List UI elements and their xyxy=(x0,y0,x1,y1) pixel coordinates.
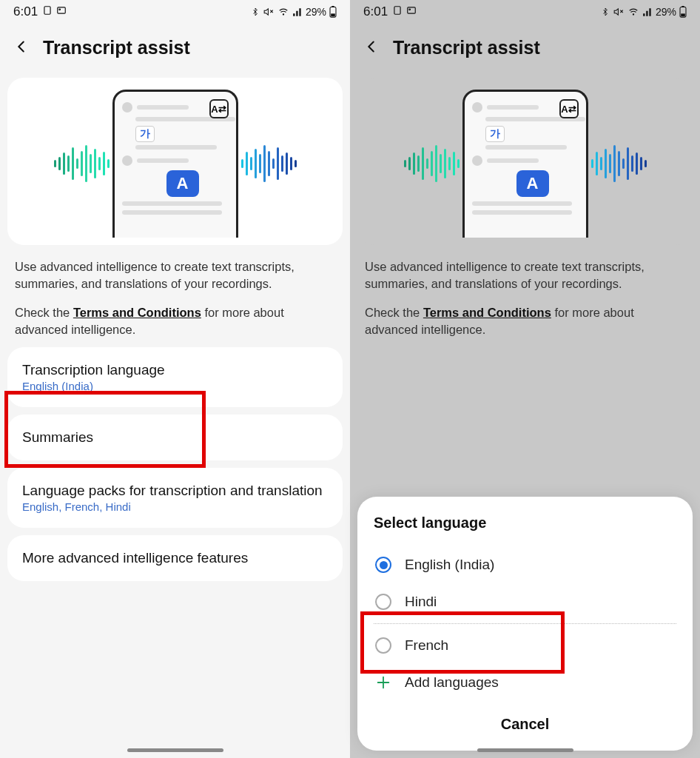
add-label: Add languages xyxy=(405,674,499,691)
terms-text: Check the Terms and Conditions for more … xyxy=(15,304,335,338)
settings-list: Transcription language English (India) S… xyxy=(7,347,343,581)
back-icon[interactable] xyxy=(13,38,30,58)
status-time: 6:01 xyxy=(13,4,38,19)
svg-rect-0 xyxy=(44,7,50,15)
sheet-overlay[interactable]: Select language English (India) Hindi Fr… xyxy=(350,0,700,758)
hero-card: A⇄ 가 A xyxy=(7,78,343,245)
radio-label: French xyxy=(405,637,448,654)
description-text: Use advanced intelligence to create text… xyxy=(15,258,335,292)
radio-label: Hindi xyxy=(405,594,437,610)
status-right: 29% xyxy=(251,6,337,18)
svg-rect-7 xyxy=(332,6,334,7)
battery-percent: 29% xyxy=(306,6,326,18)
svg-rect-8 xyxy=(331,13,335,16)
status-bar: 6:01 29% xyxy=(0,0,350,19)
radio-hindi[interactable]: Hindi xyxy=(374,583,676,620)
translate-icon: A⇄ xyxy=(209,99,229,118)
setting-title: Summaries xyxy=(22,429,328,446)
nav-bar[interactable] xyxy=(127,748,223,752)
setting-title: More advanced intelligence features xyxy=(22,550,328,566)
waveform-right xyxy=(241,145,297,182)
wifi-icon xyxy=(277,7,289,17)
svg-point-2 xyxy=(59,9,61,10)
sheet-actions: Cancel xyxy=(374,708,676,740)
radio-icon xyxy=(375,557,391,573)
terms-prefix: Check the xyxy=(15,306,73,319)
page-title: Transcript assist xyxy=(43,37,190,58)
phone-outline: A⇄ 가 A xyxy=(112,90,238,238)
setting-sub: English, French, Hindi xyxy=(22,500,328,513)
header: Transcript assist xyxy=(0,19,350,67)
setting-title: Language packs for transcription and tra… xyxy=(22,483,328,499)
setting-sub: English (India) xyxy=(22,380,328,392)
screen-left: 6:01 29% Transcript assist xyxy=(0,0,350,758)
setting-title: Transcription language xyxy=(22,362,328,378)
sheet-title: Select language xyxy=(374,514,676,531)
waveform-left xyxy=(54,145,110,182)
radio-french[interactable]: French xyxy=(374,627,676,664)
terms-link[interactable]: Terms and Conditions xyxy=(73,306,201,319)
radio-icon xyxy=(375,594,391,610)
language-sheet: Select language English (India) Hindi Fr… xyxy=(357,497,693,751)
status-left-icons xyxy=(42,4,67,19)
nav-bar[interactable] xyxy=(477,748,573,752)
svg-point-5 xyxy=(283,14,283,15)
badge-ga: 가 xyxy=(135,126,155,142)
mute-icon xyxy=(263,7,275,17)
signal-icon xyxy=(292,7,303,17)
setting-transcription-language[interactable]: Transcription language English (India) xyxy=(7,347,343,407)
add-languages[interactable]: Add languages xyxy=(374,664,676,701)
badge-a: A xyxy=(166,170,199,197)
screen-right: 6:01 29% Transcript assist xyxy=(350,0,700,758)
svg-rect-1 xyxy=(58,7,66,13)
setting-language-packs[interactable]: Language packs for transcription and tra… xyxy=(7,468,343,528)
radio-icon xyxy=(375,637,391,654)
bluetooth-icon xyxy=(251,7,260,17)
divider xyxy=(374,623,676,624)
illustration: A⇄ 가 A xyxy=(16,90,334,238)
plus-icon xyxy=(375,674,391,691)
radio-label: English (India) xyxy=(405,557,494,573)
radio-english-india[interactable]: English (India) xyxy=(374,546,676,583)
setting-summaries[interactable]: Summaries xyxy=(7,415,343,460)
battery-icon xyxy=(329,6,337,18)
setting-more-features[interactable]: More advanced intelligence features xyxy=(7,535,343,581)
cancel-button[interactable]: Cancel xyxy=(486,708,565,740)
